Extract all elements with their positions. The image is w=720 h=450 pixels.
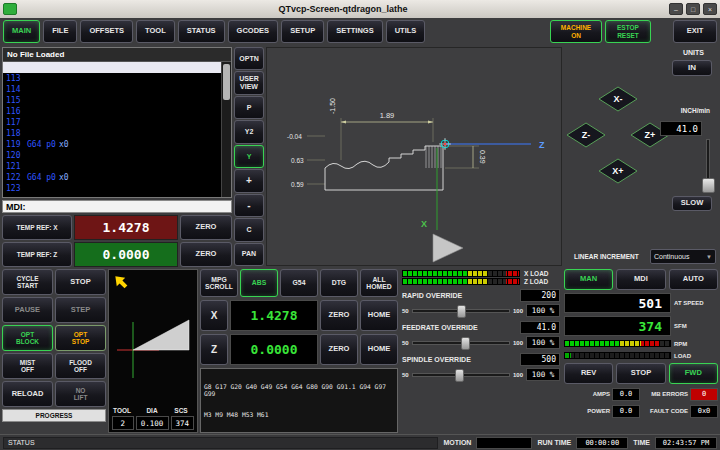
mdi-mode-button[interactable]: MDI: [616, 269, 665, 290]
g54-button[interactable]: G54: [280, 269, 318, 297]
tab-main[interactable]: MAIN: [3, 20, 40, 43]
no-lift-button[interactable]: NO LIFT: [55, 381, 106, 407]
active-gcodes: G8 G17 G20 G40 G49 G54 G64 G80 G90 G91.1…: [204, 383, 394, 397]
feedrate-slider-handle[interactable]: [461, 337, 470, 350]
cycle-start-button[interactable]: CYCLE START: [2, 269, 53, 295]
rapid-slider-handle[interactable]: [457, 305, 466, 318]
tab-status[interactable]: STATUS: [178, 20, 225, 43]
minimize-button[interactable]: –: [669, 3, 683, 15]
sfm-label: SFM: [674, 323, 718, 329]
view-optn-button[interactable]: OPTN: [234, 47, 264, 70]
gcode-lines[interactable]: 113 114 115 116 117 118 119G64 p0x0 120 …: [3, 73, 231, 194]
jog-rate-slider[interactable]: [706, 139, 710, 193]
step-button[interactable]: STEP: [55, 297, 106, 323]
tab-tool[interactable]: TOOL: [136, 20, 175, 43]
z-load-label: Z LOAD: [524, 278, 548, 285]
spindle-fwd-button[interactable]: FWD: [669, 363, 718, 384]
jog-z-minus-button[interactable]: Z-: [567, 123, 605, 147]
view-y2-button[interactable]: Y2: [234, 120, 264, 143]
linear-increment-select[interactable]: Continuous ▼: [650, 249, 716, 264]
man-mode-button[interactable]: MAN: [564, 269, 613, 290]
gcode-viewer[interactable]: No File Loaded 113 114 115 116 117 118 1…: [2, 47, 232, 198]
linear-increment-label: LINEAR INCREMENT: [574, 253, 639, 260]
axis-x-button[interactable]: X: [200, 300, 228, 331]
opt-block-button[interactable]: OPT BLOCK: [2, 325, 53, 351]
temp-ref-x-button[interactable]: TEMP REF: X: [2, 215, 72, 240]
motion-value: [476, 437, 532, 449]
estop-reset-button[interactable]: ESTOP RESET: [605, 20, 651, 43]
spindle-override-value: 500: [520, 353, 560, 366]
view-pan-button[interactable]: PAN: [234, 243, 264, 266]
zero-z-axis-button[interactable]: ZERO: [320, 334, 358, 365]
svg-text:Z-: Z-: [582, 130, 591, 140]
z-axis-label: Z: [539, 140, 545, 150]
temp-ref-x-row: TEMP REF: X 1.4278 ZERO: [2, 215, 232, 240]
program-stop-button[interactable]: STOP: [55, 269, 106, 295]
spindle-stop-button[interactable]: STOP: [616, 363, 665, 384]
tab-offsets[interactable]: OFFSETS: [80, 20, 133, 43]
view-c-button[interactable]: C: [234, 218, 264, 241]
tab-utils[interactable]: UTILS: [386, 20, 426, 43]
flood-button[interactable]: FLOOD OFF: [55, 353, 106, 379]
all-homed-button[interactable]: ALL HOMED: [360, 269, 398, 297]
home-z-axis-button[interactable]: HOME: [360, 334, 398, 365]
jog-rate-label: INCH/min: [681, 107, 710, 114]
window-menu-icon[interactable]: [3, 3, 17, 15]
dtg-button[interactable]: DTG: [320, 269, 358, 297]
gcode-scrollbar[interactable]: [221, 62, 231, 197]
jog-x-plus-button[interactable]: X+: [599, 159, 637, 183]
units-in-button[interactable]: IN: [672, 60, 712, 76]
tab-gcodes[interactable]: GCODES: [228, 20, 279, 43]
mist-button[interactable]: MIST OFF: [2, 353, 53, 379]
auto-mode-button[interactable]: AUTO: [669, 269, 718, 290]
zero-x-button[interactable]: ZERO: [180, 215, 232, 240]
spindle-rev-button[interactable]: REV: [564, 363, 613, 384]
jog-x-minus-button[interactable]: X-: [599, 87, 637, 111]
zero-z-button[interactable]: ZERO: [180, 242, 232, 267]
gcode-selected-line[interactable]: [3, 62, 221, 73]
feedrate-override-slider[interactable]: [412, 341, 510, 345]
view-p-button[interactable]: P: [234, 96, 264, 119]
dim-d3-label: 0.59: [291, 181, 304, 188]
rapid-override-slider[interactable]: [412, 309, 510, 313]
svg-text:X+: X+: [612, 166, 623, 176]
title-bar: QTvcp-Screen-qtdragon_lathe – □ ×: [0, 0, 720, 18]
spindle-override-slider[interactable]: [412, 373, 510, 377]
mpg-scroll-button[interactable]: MPG SCROLL: [200, 269, 238, 297]
view-user-view-button[interactable]: USER VIEW: [234, 71, 264, 94]
abs-button[interactable]: ABS: [240, 269, 278, 297]
tab-file[interactable]: FILE: [43, 20, 77, 43]
home-x-axis-button[interactable]: HOME: [360, 300, 398, 331]
progress-bar: PROGRESS: [2, 409, 106, 422]
zoom-out-button[interactable]: -: [234, 194, 264, 217]
temp-ref-z-button[interactable]: TEMP REF: Z: [2, 242, 72, 267]
zero-x-axis-button[interactable]: ZERO: [320, 300, 358, 331]
amps-label: AMPS: [564, 391, 610, 397]
tool-scs-value: 374: [171, 416, 194, 430]
opt-stop-button[interactable]: OPT STOP: [55, 325, 106, 351]
jog-rate-slider-handle[interactable]: [702, 178, 715, 193]
gcode-preview-area[interactable]: 1.89 -1.50 0.39 -0.04 0.63 0.59: [266, 47, 562, 266]
svg-text:Z+: Z+: [645, 130, 656, 140]
machine-on-button[interactable]: MACHINE ON: [550, 20, 602, 43]
spindle-slider-handle[interactable]: [455, 369, 464, 382]
reload-button[interactable]: RELOAD: [2, 381, 53, 407]
thread-hatching: [426, 146, 441, 168]
mb-errors-value: 0: [690, 388, 718, 401]
view-y-button[interactable]: Y: [234, 145, 264, 168]
close-button[interactable]: ×: [703, 3, 717, 15]
dim-left-rot-label: -1.50: [329, 98, 336, 114]
axis-z-button[interactable]: Z: [200, 334, 228, 365]
exit-button[interactable]: EXIT: [673, 20, 717, 43]
spindle-min-label: 50: [402, 372, 409, 378]
time-label: TIME: [633, 439, 650, 446]
maximize-button[interactable]: □: [686, 3, 700, 15]
tab-settings[interactable]: SETTINGS: [327, 20, 383, 43]
tab-setup[interactable]: SETUP: [281, 20, 324, 43]
pause-button[interactable]: PAUSE: [2, 297, 53, 323]
zoom-in-button[interactable]: +: [234, 169, 264, 192]
x-axis-label: X: [421, 219, 427, 229]
slow-button[interactable]: SLOW: [672, 196, 712, 211]
spindle-max-label: 100: [513, 372, 523, 378]
gcode-scrollbar-thumb[interactable]: [223, 64, 230, 100]
